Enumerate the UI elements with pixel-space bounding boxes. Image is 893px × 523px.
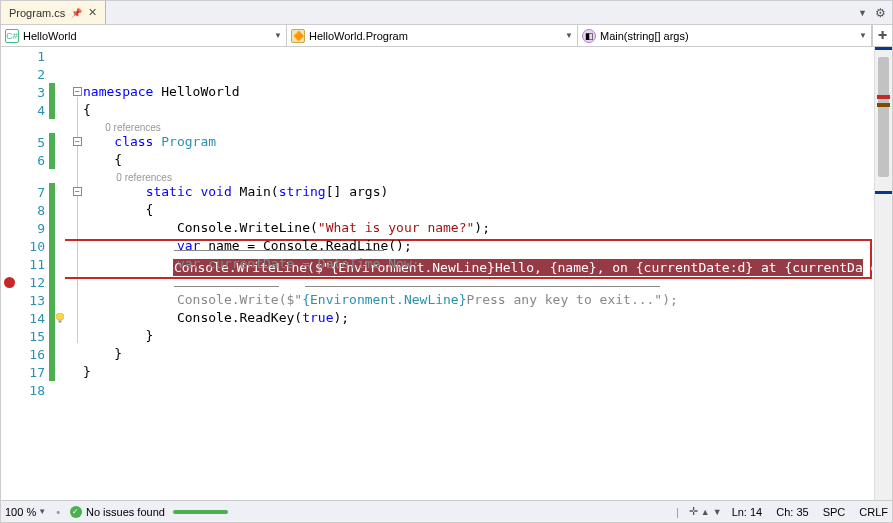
- vertical-scrollbar[interactable]: [874, 47, 892, 500]
- issues-progress-bar: [173, 510, 228, 514]
- code-line-13: Console.Write($"{Environment.NewLine}Pre…: [83, 291, 874, 309]
- gutter: 1 2 3 4 5 6 7 8 9 10 11 12 13 14 15 16 1…: [1, 47, 65, 500]
- code-line-10: var name = Console.ReadLine();: [83, 237, 874, 255]
- split-editor-button[interactable]: ✚: [872, 25, 892, 46]
- status-bar: 100 % ▼ • ✓ No issues found | ✛ ▲ ▼ Ln: …: [1, 500, 892, 522]
- code-line-5: class Program: [83, 133, 874, 151]
- svg-rect-0: [59, 321, 62, 323]
- chevron-down-icon: ▼: [565, 31, 573, 40]
- chevron-down-icon: ▼: [274, 31, 282, 40]
- target-icon[interactable]: ✛: [689, 505, 698, 518]
- method-label: Main(string[] args): [600, 30, 689, 42]
- file-tab[interactable]: Program.cs 📌 ✕: [1, 1, 106, 24]
- code-line-9: Console.WriteLine("What is your name?");: [83, 219, 874, 237]
- code-line-3: namespace HelloWorld: [83, 83, 874, 101]
- fold-toggle[interactable]: −: [73, 137, 82, 146]
- class-dropdown[interactable]: 🔶 HelloWorld.Program ▼: [287, 25, 578, 46]
- class-icon: 🔶: [291, 29, 305, 43]
- class-label: HelloWorld.Program: [309, 30, 408, 42]
- namespace-dropdown[interactable]: C# HelloWorld ▼: [1, 25, 287, 46]
- method-icon: ◧: [582, 29, 596, 43]
- dropdown-icon[interactable]: ▼: [858, 8, 867, 18]
- nav-next-icon[interactable]: ▼: [713, 507, 722, 517]
- code-line-4: {: [83, 101, 874, 119]
- zoom-value: 100 %: [5, 506, 36, 518]
- csharp-icon: C#: [5, 29, 19, 43]
- chevron-down-icon: ▼: [38, 507, 46, 516]
- breakpoint-dot-icon[interactable]: [4, 277, 15, 288]
- chevron-down-icon: ▼: [859, 31, 867, 40]
- code-line-18: [83, 381, 874, 399]
- code-line-2: [83, 65, 874, 83]
- tab-filename: Program.cs: [9, 7, 65, 19]
- namespace-label: HelloWorld: [23, 30, 77, 42]
- code-line-1: [83, 47, 874, 65]
- code-line-6: {: [83, 151, 874, 169]
- gear-icon[interactable]: ⚙: [875, 6, 886, 20]
- breakpoint-margin[interactable]: [1, 277, 17, 288]
- pin-icon[interactable]: 📌: [71, 8, 82, 18]
- lineending-indicator[interactable]: CRLF: [859, 506, 888, 518]
- indent-indicator[interactable]: SPC: [823, 506, 846, 518]
- issues-indicator[interactable]: ✓ No issues found: [70, 506, 666, 518]
- method-dropdown[interactable]: ◧ Main(string[] args) ▼: [578, 25, 872, 46]
- references-lens: 0 references: [83, 119, 874, 133]
- code-line-12-placeholder: [83, 273, 874, 291]
- line-indicator[interactable]: Ln: 14: [732, 506, 763, 518]
- code-line-8: {: [83, 201, 874, 219]
- code-line-11: var currentDate = DateTime.Now;: [83, 255, 874, 273]
- lightbulb-icon[interactable]: [55, 313, 65, 323]
- fold-toggle[interactable]: −: [73, 187, 82, 196]
- navigation-bar: C# HelloWorld ▼ 🔶 HelloWorld.Program ▼ ◧…: [1, 25, 892, 47]
- code-line-16: }: [83, 345, 874, 363]
- tab-bar: Program.cs 📌 ✕ ▼ ⚙: [1, 1, 892, 25]
- fold-toggle[interactable]: −: [73, 87, 82, 96]
- references-lens: 0 references: [83, 169, 874, 183]
- close-icon[interactable]: ✕: [88, 6, 97, 19]
- code-text-area[interactable]: − − − Console.WriteLine($"{Environment.N…: [65, 47, 874, 500]
- issues-text: No issues found: [86, 506, 165, 518]
- code-editor[interactable]: 1 2 3 4 5 6 7 8 9 10 11 12 13 14 15 16 1…: [1, 47, 892, 500]
- code-line-7: static void Main(string[] args): [83, 183, 874, 201]
- code-line-15: }: [83, 327, 874, 345]
- char-indicator[interactable]: Ch: 35: [776, 506, 808, 518]
- nav-prev-icon[interactable]: ▲: [701, 507, 710, 517]
- zoom-dropdown[interactable]: 100 % ▼: [5, 506, 46, 518]
- code-line-17: }: [83, 363, 874, 381]
- code-line-14: Console.ReadKey(true);: [83, 309, 874, 327]
- check-icon: ✓: [70, 506, 82, 518]
